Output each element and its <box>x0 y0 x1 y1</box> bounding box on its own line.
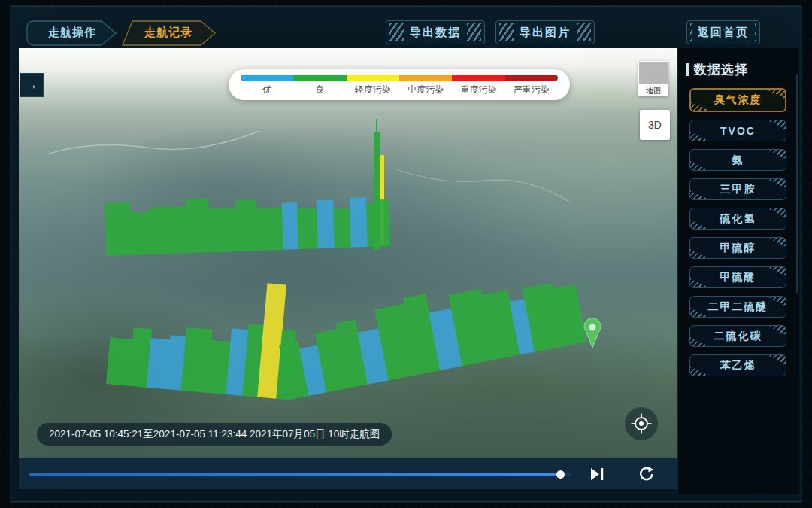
legend-segment <box>347 75 399 81</box>
wall-front-right <box>274 265 586 400</box>
tab-group: 走航操作 走航记录 <box>26 20 217 46</box>
legend-label: 优 <box>241 84 293 96</box>
aqi-legend: 优良轻度污染中度污染重度污染严重污染 <box>229 69 570 100</box>
pollution-bar <box>235 199 259 251</box>
header-bar: 走航操作 走航记录 导出数据 导出图片 返回首页 <box>11 19 801 49</box>
return-home-label: 返回首页 <box>692 21 755 44</box>
pollutant-button-硫化氢[interactable]: 硫化氢 <box>689 208 786 230</box>
pollution-track-walls <box>19 48 677 458</box>
pollutant-button-二甲二硫醚[interactable]: 二甲二硫醚 <box>689 296 786 318</box>
slider-fill <box>29 473 560 476</box>
pollution-bar <box>349 197 368 248</box>
pollution-bar <box>366 202 380 247</box>
pollutant-button-甲硫醚[interactable]: 甲硫醚 <box>689 266 786 288</box>
legend-segment <box>399 75 452 81</box>
tab-cruise-operation[interactable]: 走航操作 <box>26 20 118 46</box>
data-select-panel: 数据选择 臭气浓度TVOC氨三甲胺硫化氢甲硫醇甲硫醚二甲二硫醚二硫化碳苯乙烯 <box>677 48 799 494</box>
spike-bar <box>376 119 377 134</box>
pollutant-button-三甲胺[interactable]: 三甲胺 <box>689 178 786 200</box>
basemap-switcher[interactable]: 地图 <box>638 61 668 96</box>
data-select-title: 数据选择 <box>686 61 799 78</box>
pollution-bar <box>105 202 132 256</box>
pollution-bar <box>282 202 299 250</box>
pollution-bar <box>297 208 318 249</box>
wall-back <box>104 192 390 256</box>
pollution-bar <box>256 208 284 251</box>
app-frame: 走航操作 走航记录 导出数据 导出图片 返回首页 <box>11 6 801 502</box>
timeline-slider[interactable] <box>29 469 571 479</box>
slider-handle[interactable] <box>556 470 565 479</box>
pollutant-button-二硫化碳[interactable]: 二硫化碳 <box>689 325 786 347</box>
pollutant-list: 臭气浓度TVOC氨三甲胺硫化氢甲硫醇甲硫醚二甲二硫醚二硫化碳苯乙烯 <box>678 88 799 376</box>
wall-front-left <box>106 270 300 400</box>
road-line <box>395 169 571 203</box>
pollution-bar <box>185 198 210 253</box>
legend-label: 良 <box>293 84 346 96</box>
pollutant-button-臭气浓度[interactable]: 臭气浓度 <box>689 88 786 112</box>
stripe-decoration <box>499 23 514 41</box>
pollutant-button-甲硫醇[interactable]: 甲硫醇 <box>689 237 786 259</box>
view-3d-button[interactable]: 3D <box>640 110 670 140</box>
legend-color-bar <box>241 75 558 81</box>
right-arrow-icon: → <box>26 78 38 92</box>
stripe-decoration <box>389 23 404 41</box>
tab-label: 走航操作 <box>26 20 118 46</box>
refresh-icon <box>638 467 654 482</box>
legend-label: 轻度污染 <box>347 84 399 96</box>
legend-segment <box>505 75 558 81</box>
legend-segment <box>293 75 346 81</box>
stripe-decoration <box>577 23 591 41</box>
pollutant-button-苯乙烯[interactable]: 苯乙烯 <box>689 354 786 376</box>
pollution-bar <box>130 212 152 255</box>
cruise-time-range: 2021-07-05 10:45:21至2021-07-05 11:23:44 … <box>37 423 392 446</box>
legend-label: 重度污染 <box>452 84 504 96</box>
tab-label: 走航记录 <box>120 20 217 46</box>
panel-expand-button[interactable]: → <box>20 73 44 97</box>
legend-segment <box>452 75 504 81</box>
pollutant-button-TVOC[interactable]: TVOC <box>689 120 786 141</box>
legend-label: 中度污染 <box>399 84 452 96</box>
pollution-bar <box>378 199 391 246</box>
pollution-bar <box>208 208 238 252</box>
stripe-decoration <box>755 23 756 41</box>
pollution-bar <box>333 208 351 248</box>
pollution-bar <box>150 206 188 254</box>
pollution-bar <box>317 199 335 248</box>
export-data-label: 导出数据 <box>404 21 467 44</box>
pollutant-button-氨[interactable]: 氨 <box>689 149 786 171</box>
crosshair-icon <box>631 413 652 434</box>
stripe-decoration <box>467 23 481 41</box>
skip-to-end-icon <box>590 468 604 480</box>
return-home-button[interactable]: 返回首页 <box>686 20 760 44</box>
export-data-button[interactable]: 导出数据 <box>386 20 485 44</box>
map-pin-icon[interactable] <box>584 318 601 348</box>
road-line <box>49 131 259 154</box>
basemap-label: 地图 <box>638 85 668 96</box>
pollution-bar <box>106 337 133 385</box>
legend-labels: 优良轻度污染中度污染重度污染严重污染 <box>241 84 558 96</box>
playback-bar <box>19 458 677 489</box>
tab-cruise-record[interactable]: 走航记录 <box>120 20 217 46</box>
locate-button[interactable] <box>625 407 658 440</box>
refresh-button[interactable] <box>638 467 654 482</box>
map-viewport[interactable]: → 优良轻度污染中度污染重度污染严重污染 地图 3D 2021-07-05 10… <box>19 48 677 458</box>
skip-to-end-button[interactable] <box>590 468 604 480</box>
export-image-button[interactable]: 导出图片 <box>495 20 595 44</box>
legend-label: 严重污染 <box>505 84 558 96</box>
basemap-thumbnail <box>639 62 668 84</box>
legend-segment <box>241 75 293 81</box>
export-image-label: 导出图片 <box>514 21 577 44</box>
